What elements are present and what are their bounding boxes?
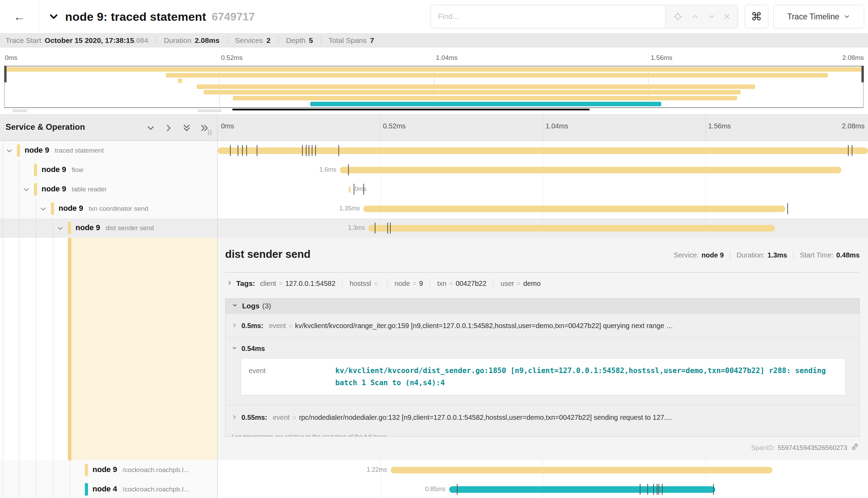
span-name-cell[interactable]: node 9table reader [0, 180, 217, 199]
collapse-all-icon[interactable] [181, 123, 192, 133]
span-bar[interactable] [449, 486, 715, 493]
span-timeline-cell[interactable]: 1.35ms [218, 199, 868, 218]
minimap-scroll-indicator[interactable] [232, 109, 590, 110]
minimap-span-bar [204, 90, 740, 94]
log-timestamp: 0.54ms [241, 345, 265, 353]
service-name: node 9table reader [42, 184, 107, 193]
find-input[interactable] [431, 5, 665, 28]
log-row[interactable]: 0.5ms:event=kv/kvclient/kvcoord/range_it… [225, 314, 859, 337]
row-expand-chevron-icon[interactable] [39, 205, 47, 215]
log-marker-tick [852, 145, 852, 156]
minimap-handle-left[interactable] [4, 66, 7, 82]
span-row[interactable]: node 9flow1.6ms [0, 160, 868, 180]
minimap-canvas[interactable] [4, 66, 863, 108]
service-name: node 9dist sender send [76, 223, 154, 232]
span-timeline-cell[interactable]: 1.3ms [218, 218, 868, 238]
chevron-down-icon [843, 13, 850, 22]
span-bar[interactable] [340, 167, 841, 173]
span-row[interactable]: node 9/cockroach.roachpb.I...1.22ms [0, 460, 868, 480]
span-row[interactable]: node 9traced statement [0, 141, 868, 160]
span-name-cell[interactable]: node 9dist sender send [0, 218, 217, 238]
ruler-grid-line [706, 115, 706, 141]
logs-header[interactable]: Logs (3) [225, 299, 859, 314]
collapse-trace-header-icon[interactable] [48, 11, 60, 24]
column-resize-grip[interactable] [208, 130, 211, 135]
collapse-one-icon[interactable] [145, 123, 156, 133]
minimap-nub [12, 109, 27, 112]
span-bar[interactable] [369, 225, 775, 232]
tree-guide-line [3, 460, 3, 480]
span-row[interactable]: node 9table reader0ms [0, 180, 868, 199]
span-timeline-cell[interactable] [218, 141, 868, 160]
span-name-cell[interactable]: node 9txn coordinator send [0, 199, 217, 218]
log-expanded-header[interactable]: 0.54ms [232, 345, 852, 353]
tree-guide-line [19, 218, 19, 238]
find-prev-icon[interactable] [691, 12, 700, 21]
ruler-grid-line [380, 115, 381, 141]
row-expand-chevron-icon[interactable] [22, 185, 30, 195]
span-row[interactable]: node 4/cockroach.roachpb.I...0.85ms [0, 480, 868, 498]
tree-guide-line [53, 460, 53, 480]
page-header: ← node 9: traced statement 6749717 × ⌘ T… [0, 0, 868, 34]
span-bar[interactable] [391, 467, 772, 473]
minimap-handle-right[interactable] [861, 66, 864, 82]
log-marker-tick [302, 145, 303, 156]
tag-value: demo [523, 280, 541, 288]
span-name-cell[interactable]: node 9flow [0, 160, 217, 180]
log-marker-tick [257, 145, 257, 156]
span-duration-label: 1.3ms [348, 224, 365, 232]
span-name-cell[interactable]: node 4/cockroach.roachpb.I... [0, 480, 217, 498]
log-marker-tick [354, 184, 354, 195]
minimap-span-bar [5, 67, 863, 72]
find-clear-icon[interactable]: × [724, 11, 730, 22]
locate-icon[interactable] [673, 12, 683, 21]
row-expand-chevron-icon[interactable] [5, 147, 14, 156]
find-next-icon[interactable] [707, 12, 716, 21]
view-selector-button[interactable]: Trace Timeline [773, 5, 864, 28]
span-name-cell[interactable]: node 9traced statement [0, 141, 217, 160]
span-detail-operation: dist sender send [225, 248, 310, 261]
operation-name: traced statement [55, 147, 104, 154]
span-row[interactable]: node 9dist sender send1.3ms [0, 218, 868, 238]
log-row[interactable]: 0.55ms:event=rpc/nodedialer/nodedialer.g… [225, 405, 859, 429]
minimap-nub [198, 109, 221, 112]
log-field-key: event [273, 414, 290, 422]
tree-guide-line [53, 238, 53, 460]
span-row[interactable]: node 9txn coordinator send1.35ms [0, 199, 868, 218]
back-button[interactable]: ← [0, 0, 39, 33]
log-kv-value: kv/kvclient/kvcoord/dist_sender.go:1850 … [335, 365, 845, 389]
log-field-key: event [269, 322, 286, 330]
span-name-cell[interactable]: node 9/cockroach.roachpb.I... [0, 460, 217, 480]
start-time-label: Start Time: [800, 251, 833, 259]
tree-guide-line [36, 480, 36, 498]
link-icon[interactable] [847, 443, 859, 453]
span-detail-left-gutter [0, 238, 217, 460]
tree-guide-line [36, 460, 36, 480]
tree-guide-line [19, 238, 19, 460]
timeline-grid-line [706, 180, 706, 199]
span-timeline-cell[interactable]: 0.85ms [218, 480, 868, 498]
keyboard-shortcuts-button[interactable]: ⌘ [745, 5, 768, 28]
tags-row[interactable]: Tags:client=127.0.0.1:54582hostssl=node=… [227, 279, 541, 288]
summary-separator [227, 37, 228, 44]
minimap-span-bar [233, 96, 737, 100]
row-expand-chevron-icon[interactable] [56, 224, 64, 234]
span-bar[interactable] [363, 206, 786, 212]
log-row-expanded[interactable]: 0.54mseventkv/kvclient/kvcoord/dist_send… [225, 337, 859, 405]
log-marker-tick [348, 164, 349, 175]
span-detail-panel: dist sender send Service:node 9 Duration… [218, 238, 868, 460]
log-marker-tick [653, 484, 654, 495]
span-bar[interactable] [349, 186, 351, 193]
minimap-span-bar [178, 79, 182, 83]
tag-separator [430, 279, 430, 288]
chevron-down-icon [232, 345, 237, 353]
expand-one-icon[interactable] [163, 123, 174, 133]
span-timeline-cell[interactable]: 0ms [218, 180, 868, 199]
operation-name: flow [72, 166, 83, 173]
tag-equals: = [413, 280, 417, 287]
span-timeline-cell[interactable]: 1.22ms [218, 460, 868, 480]
tree-guide-line [3, 480, 3, 498]
span-timeline-cell[interactable]: 1.6ms [218, 160, 868, 180]
summary-item: Services2 [235, 36, 271, 45]
column-divider[interactable] [217, 114, 218, 498]
